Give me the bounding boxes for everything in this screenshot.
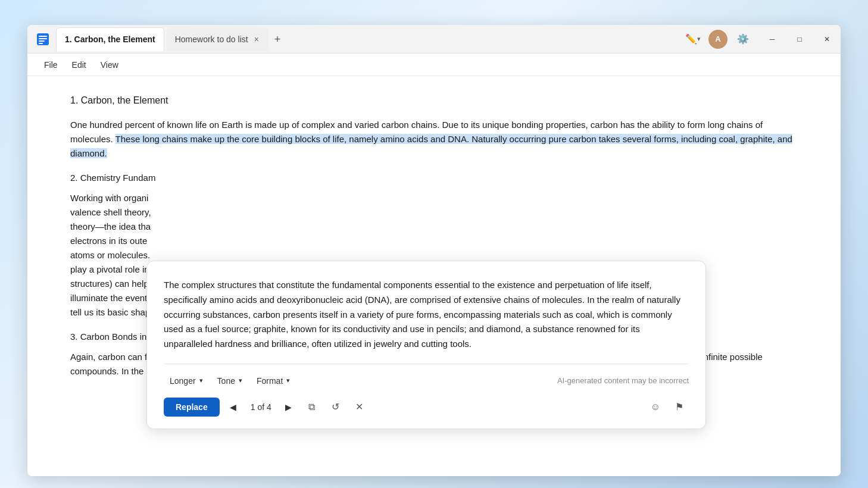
- ai-popup-text: The complex structures that constitute t…: [164, 278, 689, 352]
- feedback-like-button[interactable]: ☺: [646, 398, 665, 417]
- copy-icon: ⧉: [308, 402, 315, 412]
- ai-suggestion-popup: The complex structures that constitute t…: [146, 261, 706, 429]
- svg-rect-1: [39, 36, 47, 37]
- tone-label: Tone: [217, 376, 235, 386]
- dismiss-icon: ✕: [355, 401, 363, 412]
- active-tab[interactable]: 1. Carbon, the Element: [56, 27, 164, 51]
- refresh-icon: ↺: [332, 401, 339, 412]
- longer-label: Longer: [170, 376, 196, 386]
- tone-chevron-icon: ▾: [239, 377, 242, 384]
- document-title: 1. Carbon, the Element: [70, 95, 798, 106]
- minimize-button[interactable]: ─: [758, 25, 786, 54]
- new-tab-button[interactable]: +: [271, 34, 285, 45]
- format-label: Format: [257, 376, 283, 386]
- heading-2: 2. Chemistry Fundam: [70, 173, 798, 183]
- menu-file[interactable]: File: [37, 57, 65, 73]
- maximize-button[interactable]: □: [786, 25, 813, 54]
- ai-popup-toolbar: Longer ▾ Tone ▾ Format ▾ AI-generated co…: [164, 364, 689, 389]
- svg-rect-2: [39, 38, 47, 39]
- next-suggestion-button[interactable]: ▶: [280, 398, 298, 416]
- paragraph-1: One hundred percent of known life on Ear…: [70, 118, 798, 161]
- svg-rect-3: [39, 40, 45, 42]
- settings-button[interactable]: ⚙️: [732, 29, 754, 50]
- menu-view[interactable]: View: [93, 57, 126, 73]
- pen-chevron: ▾: [697, 35, 701, 43]
- copy-button[interactable]: ⧉: [302, 398, 321, 417]
- paragraph-1-selected: These long chains make up the core build…: [70, 134, 792, 158]
- user-avatar-button[interactable]: A: [708, 30, 728, 49]
- format-dropdown[interactable]: Format ▾: [251, 373, 296, 389]
- document-area[interactable]: 1. Carbon, the Element One hundred perce…: [27, 76, 841, 476]
- page-counter: 1 of 4: [247, 402, 275, 412]
- replace-button[interactable]: Replace: [164, 398, 220, 417]
- dismiss-button[interactable]: ✕: [350, 398, 369, 417]
- secondary-tab-label: Homework to do list: [175, 35, 248, 44]
- feedback-flag-icon: ⚑: [675, 401, 683, 412]
- pen-dropdown-button[interactable]: ✏️ ▾: [682, 29, 704, 50]
- svg-rect-4: [39, 43, 43, 44]
- format-chevron-icon: ▾: [286, 377, 290, 384]
- prev-suggestion-button[interactable]: ◀: [224, 398, 242, 416]
- prev-icon: ◀: [230, 402, 236, 412]
- p2-line4: electrons in its oute: [70, 234, 798, 248]
- close-button[interactable]: ✕: [813, 25, 841, 54]
- p2-line3: theory—the idea tha: [70, 220, 798, 234]
- longer-dropdown[interactable]: Longer ▾: [164, 373, 209, 389]
- next-icon: ▶: [285, 402, 292, 412]
- close-icon: ✕: [824, 35, 830, 43]
- refresh-button[interactable]: ↺: [326, 398, 345, 417]
- settings-icon: ⚙️: [737, 33, 749, 45]
- secondary-tab[interactable]: Homework to do list ×: [167, 27, 268, 51]
- ai-disclaimer: AI-generated content may be incorrect: [557, 376, 689, 385]
- pen-icon: ✏️: [685, 33, 697, 45]
- title-bar-controls: ✏️ ▾ A ⚙️: [682, 29, 758, 50]
- p2-line2: valence shell theory,: [70, 205, 798, 220]
- app-window: 1. Carbon, the Element Homework to do li…: [27, 25, 841, 476]
- app-icon: [35, 31, 51, 48]
- active-tab-label: 1. Carbon, the Element: [65, 35, 155, 44]
- title-bar: 1. Carbon, the Element Homework to do li…: [27, 25, 841, 54]
- ai-popup-footer: Replace ◀ 1 of 4 ▶ ⧉ ↺ ✕: [164, 398, 689, 417]
- longer-chevron-icon: ▾: [199, 377, 203, 384]
- tone-dropdown[interactable]: Tone ▾: [211, 373, 248, 389]
- avatar-initial: A: [715, 35, 720, 43]
- feedback-like-icon: ☺: [651, 402, 660, 412]
- p2-line1: Working with organi: [70, 191, 798, 205]
- secondary-tab-close[interactable]: ×: [253, 35, 260, 43]
- feedback-flag-button[interactable]: ⚑: [670, 398, 689, 417]
- menu-bar: File Edit View: [27, 54, 841, 76]
- maximize-icon: □: [797, 35, 801, 43]
- minimize-icon: ─: [770, 35, 775, 43]
- menu-edit[interactable]: Edit: [65, 57, 93, 73]
